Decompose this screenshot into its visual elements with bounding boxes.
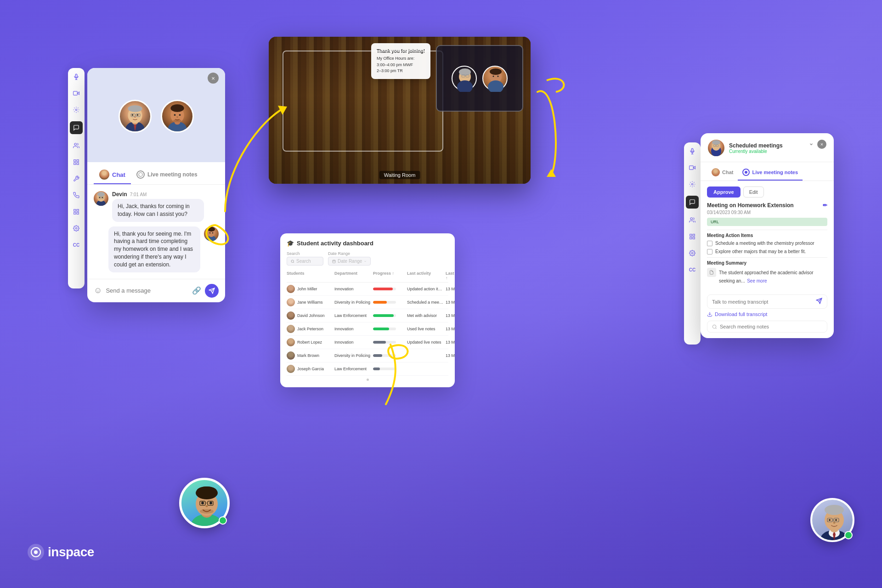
transcript-send-button[interactable] [816, 298, 822, 305]
r-grid-icon[interactable] [687, 232, 697, 242]
meetings-avatar [708, 140, 724, 156]
r-captions-icon[interactable]: CC [687, 265, 697, 275]
chat-video-area: × [87, 68, 225, 162]
meetings-title: Scheduled meetings [729, 142, 783, 149]
attach-button[interactable]: 🔗 [192, 286, 201, 295]
r-settings-icon[interactable] [687, 248, 697, 258]
tab-avatar-small [712, 168, 720, 176]
emoji-button[interactable]: ☺ [94, 286, 102, 295]
svg-point-31 [174, 114, 176, 116]
svg-point-104 [825, 505, 844, 515]
table-row: David Johnson Law Enforcement Met with a… [287, 309, 448, 322]
col-students: Students [287, 271, 333, 280]
tab-chat[interactable]: Chat [94, 167, 131, 184]
tools-icon[interactable] [71, 174, 81, 184]
devin-time: 7:01 AM [130, 192, 147, 197]
svg-point-33 [176, 116, 178, 118]
download-link[interactable]: Download full transcript [701, 311, 834, 317]
svg-point-79 [712, 140, 720, 145]
meetings-dropdown[interactable] [809, 142, 814, 147]
r-effects-icon[interactable] [687, 179, 697, 189]
action-item-0: Schedule a meeting with the chemistry pr… [707, 240, 827, 246]
svg-point-85 [712, 325, 716, 328]
people-icon[interactable] [71, 141, 81, 151]
svg-point-45 [208, 227, 215, 232]
svg-point-109 [835, 519, 837, 521]
meetings-close-button[interactable]: × [817, 140, 826, 149]
tab-notes-icon [742, 169, 750, 176]
tab-live-notes[interactable]: Live meeting notes [131, 168, 203, 183]
close-button[interactable]: × [208, 73, 219, 84]
jack-message-content: Hi, thank you for seeing me. I'm having … [108, 226, 200, 272]
inspace-logo-icon [28, 544, 44, 560]
meetings-tab-chat[interactable]: Chat [707, 166, 738, 181]
table-row: Jane Williams Diversity in Policing Sche… [287, 296, 448, 309]
search-input-filter[interactable]: Search [287, 257, 323, 266]
video-icon[interactable] [71, 88, 81, 98]
svg-rect-3 [74, 91, 78, 95]
meeting-title: Meeting on Homework Extension [707, 202, 794, 209]
table-row: Mark Brown Diversity in Policing 13 Marc… [287, 349, 448, 362]
captions-icon[interactable]: CC [71, 240, 81, 250]
svg-point-115 [34, 550, 38, 554]
mic-icon[interactable] [71, 72, 81, 82]
left-sidebar: CC [68, 68, 85, 288]
col-progress: Progress ↑ [373, 271, 405, 280]
svg-point-30 [171, 104, 183, 109]
approve-button[interactable]: Approve [707, 187, 741, 198]
svg-point-32 [179, 114, 181, 116]
dashboard-filters: Search Search Date Range Date Range [287, 251, 448, 266]
download-label: Download full transcript [715, 311, 767, 317]
svg-point-59 [498, 76, 499, 77]
devin-name: Devin [112, 191, 127, 198]
search-notes-icon [712, 324, 717, 329]
svg-point-21 [137, 114, 139, 116]
table-row: Joseph Garcia Law Enforcement [287, 362, 448, 376]
video-person-2 [482, 66, 508, 91]
phone-icon[interactable] [71, 190, 81, 200]
svg-rect-0 [75, 74, 77, 78]
date-range-input[interactable]: Date Range [328, 257, 371, 266]
col-last-activity: Last activity [407, 271, 444, 280]
r-video-icon[interactable] [687, 163, 697, 173]
svg-point-93 [209, 502, 212, 504]
checkbox-1[interactable] [707, 249, 712, 254]
svg-rect-12 [74, 212, 76, 214]
main-scene: CC × [0, 0, 882, 588]
r-mic-icon[interactable] [687, 146, 697, 156]
svg-point-57 [488, 80, 503, 92]
svg-rect-62 [333, 260, 335, 263]
svg-point-76 [691, 252, 693, 254]
table-row: Jack Peterson Innovation Used live notes… [287, 322, 448, 336]
video-person-1 [452, 66, 477, 91]
chat-icon[interactable] [70, 121, 83, 134]
message-input[interactable] [106, 287, 188, 294]
svg-point-91 [197, 486, 217, 496]
edit-button[interactable]: Edit [743, 187, 764, 198]
dashboard-title: 🎓 Student activity dashboard [287, 240, 448, 247]
col-last-active: Last active date ↑ [446, 271, 455, 280]
table-row: John Miller Innovation Updated action it… [287, 283, 448, 296]
r-people-icon[interactable] [687, 215, 697, 225]
section-divider-1 [707, 230, 827, 230]
action-text-0: Schedule a meeting with the chemistry pr… [715, 240, 814, 246]
svg-rect-74 [690, 237, 692, 239]
send-button[interactable] [205, 284, 219, 298]
action-items-label: Meeting Action Items [707, 233, 827, 238]
summary-icon [707, 268, 716, 277]
settings-icon[interactable] [71, 223, 81, 233]
search-notes-input[interactable] [720, 324, 822, 329]
checkbox-0[interactable] [707, 241, 712, 246]
meetings-tab-live-notes[interactable]: Live meeting notes [738, 166, 803, 181]
apps-grid-icon[interactable] [71, 207, 81, 217]
r-chat-icon[interactable] [686, 196, 699, 209]
transcript-input[interactable] [712, 299, 813, 305]
effects-icon[interactable] [71, 105, 81, 115]
grid-icon[interactable] [71, 157, 81, 167]
action-text-1: Explore other majors that may be a bette… [715, 249, 806, 254]
edit-title-icon[interactable]: ✏ [823, 202, 827, 209]
svg-rect-13 [77, 212, 79, 214]
svg-rect-11 [77, 209, 79, 211]
avatar-user-2 [161, 100, 194, 133]
see-more-link[interactable]: See more [747, 278, 767, 283]
